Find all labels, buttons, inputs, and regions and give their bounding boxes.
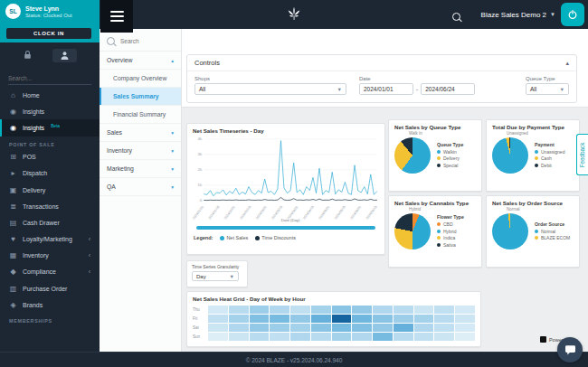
heat-cell bbox=[414, 333, 434, 341]
queue-type-pie-card: Net Sales by Queue Type Walk In Queue Ty… bbox=[388, 119, 482, 192]
sidebar-nav: ⌂Home◉Insights◉InsightsBetaPOINT OF SALE… bbox=[0, 87, 100, 325]
heat-cell bbox=[250, 324, 270, 332]
chart-title: Net Sales by Cannabis Type bbox=[389, 196, 481, 207]
heat-cell bbox=[373, 315, 393, 323]
primary-sidebar: ⌂Home◉Insights◉InsightsBetaPOINT OF SALE… bbox=[0, 42, 100, 353]
queue-type-field: Queue Type All ▼ bbox=[526, 76, 569, 95]
feedback-tab[interactable]: Feedback bbox=[576, 134, 588, 175]
heat-cell bbox=[270, 324, 289, 332]
heat-cell bbox=[250, 306, 270, 314]
avatar[interactable]: SL bbox=[5, 4, 21, 19]
chevron-up-icon: ▴ bbox=[171, 58, 174, 63]
heat-cell bbox=[208, 315, 228, 323]
pie-legend-title: Payment bbox=[535, 142, 564, 147]
pie-legend-item: BLAZE ECOM bbox=[535, 235, 570, 240]
cash-drawer-icon: ▤ bbox=[9, 219, 17, 227]
svg-text:Date (Day): Date (Day) bbox=[281, 218, 300, 222]
search-icon[interactable] bbox=[452, 8, 463, 19]
subnav-item-financial-summary[interactable]: Financial Summary bbox=[100, 106, 181, 124]
home-icon: ⌂ bbox=[9, 91, 17, 99]
heat-cell bbox=[290, 324, 310, 332]
net-sales-timeseries-card: Net Sales Timeseries - Day 01k2k3k4k2024… bbox=[186, 123, 385, 255]
heat-cell bbox=[250, 333, 270, 341]
sidebar-item-delivery[interactable]: ▣Delivery bbox=[0, 182, 100, 198]
brands-icon: ◈ bbox=[9, 301, 17, 309]
legend-item: Time Discounts bbox=[255, 235, 296, 240]
queue-type-select[interactable]: All ▼ bbox=[526, 83, 569, 95]
svg-text:2k: 2k bbox=[198, 167, 204, 172]
sidebar-item-compliance[interactable]: ◆Compliance‹ bbox=[0, 264, 100, 280]
sidebar-item-loyalty-marketing[interactable]: ♥Loyalty/Marketing‹ bbox=[0, 231, 100, 248]
pie-chart bbox=[492, 137, 528, 174]
pie-legend-title: Flower Type bbox=[437, 214, 464, 220]
sidebar-item-label: POS bbox=[23, 154, 36, 160]
main-content: Reports Up to 1 hour delay Controls ▴ Sh… bbox=[181, 29, 588, 353]
subnav-item-overview[interactable]: Overview▴ bbox=[100, 52, 181, 70]
sidebar-item-home[interactable]: ⌂Home bbox=[0, 87, 100, 103]
sidebar-item-label: Delivery bbox=[23, 187, 45, 193]
heat-cell bbox=[229, 333, 249, 341]
user-tab[interactable] bbox=[52, 49, 77, 62]
sidebar-search-input[interactable] bbox=[8, 73, 91, 83]
sidebar-item-label: Loyalty/Marketing bbox=[23, 236, 72, 242]
sidebar-item-purchase-order[interactable]: ▥Purchase Order bbox=[0, 280, 100, 296]
sidebar-item-pos[interactable]: ⊞POS bbox=[0, 149, 100, 165]
subnav-item-marketing[interactable]: Marketing▾ bbox=[100, 160, 181, 178]
heat-cell bbox=[455, 333, 475, 341]
heat-cell bbox=[352, 306, 372, 314]
subnav-item-sales-summary[interactable]: Sales Summary bbox=[100, 88, 181, 106]
subnav-item-company-overview[interactable]: Company Overview bbox=[100, 70, 181, 88]
chart-title: Total Due by Payment Type bbox=[487, 120, 579, 131]
heat-cell bbox=[373, 333, 393, 341]
clock-in-button[interactable]: CLOCK IN bbox=[6, 28, 91, 39]
chart-title: Net Sales by Order Source bbox=[487, 196, 579, 207]
lock-icon[interactable] bbox=[23, 47, 33, 63]
sidebar-item-cash-drawer[interactable]: ▤Cash Drawer bbox=[0, 214, 100, 231]
heat-cell bbox=[250, 315, 270, 323]
sidebar-item-dispatch[interactable]: ▸Dispatch bbox=[0, 165, 100, 182]
svg-text:1k: 1k bbox=[198, 183, 204, 187]
pie-legend-item: Indica bbox=[437, 235, 464, 240]
pie-legend-item: Cash bbox=[535, 155, 564, 161]
queue-type-label: Queue Type bbox=[526, 76, 569, 81]
granularity-select[interactable]: Day ▼ bbox=[192, 271, 239, 281]
pie-legend: Queue TypeWalkinDeliverySpecial bbox=[437, 142, 463, 170]
pie-chart bbox=[492, 213, 528, 249]
heat-cell bbox=[352, 324, 372, 332]
person-icon bbox=[60, 51, 70, 61]
heat-cell bbox=[352, 315, 372, 323]
date-to-input[interactable]: 2024/06/24 bbox=[421, 83, 475, 95]
svg-text:2024/03/01: 2024/03/01 bbox=[255, 205, 268, 221]
heat-cell bbox=[311, 333, 331, 341]
chevron-collapse-icon: ‹ bbox=[89, 268, 90, 275]
reports-subnav: Overview▴Company OverviewSales SummaryFi… bbox=[100, 29, 182, 353]
sidebar-item-insights[interactable]: ◉Insights bbox=[0, 103, 100, 119]
hamburger-menu-icon[interactable] bbox=[100, 0, 133, 33]
subnav-item-qa[interactable]: QA▾ bbox=[100, 178, 181, 196]
timeline-scrollbar[interactable] bbox=[196, 226, 375, 230]
date-from-input[interactable]: 2024/01/01 bbox=[359, 83, 413, 95]
store-selector-label: Blaze Sales Demo 2 bbox=[481, 11, 546, 19]
logout-power-button[interactable] bbox=[561, 3, 584, 26]
sidebar-item-label: Cash Drawer bbox=[23, 220, 60, 226]
legend-label: Legend: bbox=[194, 235, 213, 240]
chat-widget-button[interactable] bbox=[557, 337, 583, 362]
subnav-item-inventory[interactable]: Inventory▾ bbox=[100, 142, 181, 160]
sidebar-item-inventory[interactable]: ▦Inventory‹ bbox=[0, 248, 100, 264]
subnav-search-input[interactable] bbox=[119, 37, 174, 45]
pie-chart bbox=[394, 213, 431, 249]
shops-select[interactable]: All ▼ bbox=[194, 83, 346, 95]
pie-slice-label: Walk In bbox=[409, 131, 481, 136]
sidebar-item-insights-beta[interactable]: ◉InsightsBeta bbox=[0, 119, 100, 136]
loyalty-icon: ♥ bbox=[9, 235, 17, 243]
store-selector-dropdown[interactable]: Blaze Sales Demo 2 ▼ bbox=[481, 0, 555, 29]
pie-legend-item: Walkin bbox=[437, 149, 463, 155]
collapse-chevron-icon[interactable]: ▴ bbox=[565, 60, 569, 67]
pie-legend: Order SourceNormalBLAZE ECOM bbox=[535, 221, 570, 242]
sidebar-item-transactions[interactable]: ≣Transactions bbox=[0, 198, 100, 214]
sidebar-section-label: POINT OF SALE bbox=[0, 136, 100, 149]
heat-grid: ThuFriSatSun bbox=[187, 303, 480, 344]
heat-row-label: Sun bbox=[193, 333, 207, 341]
sidebar-item-brands[interactable]: ◈Brands bbox=[0, 296, 100, 313]
subnav-item-sales[interactable]: Sales▾ bbox=[100, 124, 181, 142]
